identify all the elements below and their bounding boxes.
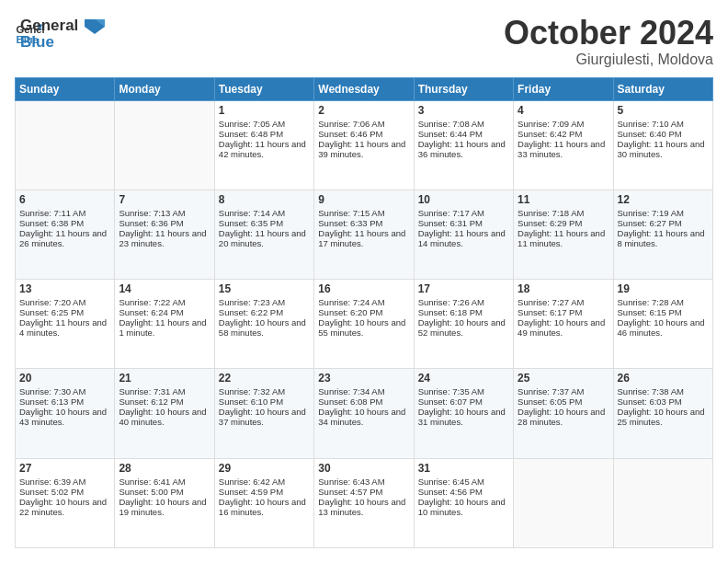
sunrise-text: Sunrise: 7:23 AM [219,297,310,307]
day-number: 1 [219,104,310,117]
title-area: October 2024 Giurgiulesti, Moldova [504,15,713,68]
calendar-cell: 24Sunrise: 7:35 AMSunset: 6:07 PMDayligh… [414,369,513,458]
sunset-text: Sunset: 6:08 PM [318,396,409,407]
sunrise-text: Sunrise: 6:43 AM [318,477,409,487]
calendar-cell: 17Sunrise: 7:26 AMSunset: 6:18 PMDayligh… [414,280,513,369]
day-number: 13 [19,282,110,295]
day-number: 21 [119,372,210,385]
daylight-text: Daylight: 10 hours and 52 minutes. [418,317,509,338]
daylight-text: Daylight: 11 hours and 20 minutes. [219,228,310,248]
calendar-cell: 8Sunrise: 7:14 AMSunset: 6:35 PMDaylight… [214,190,313,279]
calendar-day-header: Monday [115,77,214,100]
sunset-text: Sunset: 6:42 PM [518,129,609,139]
sunrise-text: Sunrise: 7:24 AM [318,297,409,307]
calendar-cell: 29Sunrise: 6:42 AMSunset: 4:59 PMDayligh… [214,458,313,547]
sunrise-text: Sunrise: 7:28 AM [618,297,709,307]
day-number: 16 [318,282,409,295]
daylight-text: Daylight: 10 hours and 37 minutes. [219,407,310,427]
sunrise-text: Sunrise: 7:06 AM [318,119,409,129]
sunrise-text: Sunrise: 7:20 AM [19,297,110,307]
calendar-cell: 28Sunrise: 6:41 AMSunset: 5:00 PMDayligh… [115,458,214,547]
month-title: October 2024 [504,15,713,52]
sunrise-text: Sunrise: 7:09 AM [518,119,609,129]
daylight-text: Daylight: 10 hours and 19 minutes. [119,497,210,517]
day-number: 29 [219,462,310,475]
sunset-text: Sunset: 6:20 PM [318,307,409,317]
sunrise-text: Sunrise: 6:45 AM [418,477,509,487]
logo-general-text: General [20,17,105,35]
day-number: 5 [618,104,709,117]
sunset-text: Sunset: 4:56 PM [418,487,509,497]
daylight-text: Daylight: 11 hours and 36 minutes. [418,139,509,159]
sunset-text: Sunset: 5:00 PM [119,487,210,497]
day-number: 11 [518,193,609,206]
sunset-text: Sunset: 5:02 PM [19,487,110,497]
calendar-day-header: Saturday [613,77,712,100]
calendar-cell: 23Sunrise: 7:34 AMSunset: 6:08 PMDayligh… [314,369,414,458]
daylight-text: Daylight: 11 hours and 1 minute. [119,317,210,338]
day-number: 26 [618,372,709,385]
day-number: 15 [219,282,310,295]
daylight-text: Daylight: 11 hours and 39 minutes. [318,139,409,159]
calendar-week-row: 6Sunrise: 7:11 AMSunset: 6:38 PMDaylight… [16,190,713,279]
day-number: 28 [119,462,210,475]
day-number: 22 [219,372,310,385]
daylight-text: Daylight: 11 hours and 11 minutes. [518,228,609,248]
day-number: 18 [518,282,609,295]
sunrise-text: Sunrise: 7:11 AM [19,208,110,218]
sunrise-text: Sunrise: 7:08 AM [418,119,509,129]
daylight-text: Daylight: 10 hours and 34 minutes. [318,407,409,427]
header: General Blue General Blue October 2024 G… [15,15,713,68]
sunset-text: Sunset: 6:22 PM [219,307,310,317]
day-number: 9 [318,193,409,206]
daylight-text: Daylight: 10 hours and 43 minutes. [19,407,110,427]
day-number: 27 [19,462,110,475]
calendar-cell: 2Sunrise: 7:06 AMSunset: 6:46 PMDaylight… [314,100,414,190]
calendar-cell: 3Sunrise: 7:08 AMSunset: 6:44 PMDaylight… [414,100,513,190]
sunrise-text: Sunrise: 7:15 AM [318,208,409,218]
sunset-text: Sunset: 6:10 PM [219,396,310,407]
sunset-text: Sunset: 6:12 PM [119,396,210,407]
daylight-text: Daylight: 10 hours and 40 minutes. [119,407,210,427]
sunrise-text: Sunrise: 6:41 AM [119,477,210,487]
day-number: 2 [318,104,409,117]
sunrise-text: Sunrise: 7:05 AM [219,119,310,129]
daylight-text: Daylight: 11 hours and 4 minutes. [19,317,110,338]
sunrise-text: Sunrise: 7:26 AM [418,297,509,307]
calendar-cell: 18Sunrise: 7:27 AMSunset: 6:17 PMDayligh… [514,280,613,369]
calendar-day-header: Sunday [16,77,115,100]
day-number: 12 [618,193,709,206]
sunset-text: Sunset: 6:48 PM [219,129,310,139]
sunset-text: Sunset: 6:35 PM [219,218,310,228]
sunset-text: Sunset: 6:18 PM [418,307,509,317]
sunset-text: Sunset: 6:05 PM [518,396,609,407]
calendar-day-header: Friday [514,77,613,100]
day-number: 6 [19,193,110,206]
sunset-text: Sunset: 6:36 PM [119,218,210,228]
calendar-cell: 5Sunrise: 7:10 AMSunset: 6:40 PMDaylight… [613,100,712,190]
daylight-text: Daylight: 10 hours and 13 minutes. [318,497,409,517]
calendar-cell [613,458,712,547]
location-subtitle: Giurgiulesti, Moldova [504,52,713,68]
daylight-text: Daylight: 11 hours and 26 minutes. [19,228,110,248]
daylight-text: Daylight: 10 hours and 10 minutes. [418,497,509,517]
calendar-cell: 12Sunrise: 7:19 AMSunset: 6:27 PMDayligh… [613,190,712,279]
daylight-text: Daylight: 10 hours and 46 minutes. [618,317,709,338]
sunset-text: Sunset: 6:44 PM [418,129,509,139]
calendar-cell: 19Sunrise: 7:28 AMSunset: 6:15 PMDayligh… [613,280,712,369]
calendar-cell: 6Sunrise: 7:11 AMSunset: 6:38 PMDaylight… [16,190,115,279]
sunset-text: Sunset: 6:25 PM [19,307,110,317]
sunrise-text: Sunrise: 7:32 AM [219,386,310,396]
daylight-text: Daylight: 11 hours and 30 minutes. [618,139,709,159]
calendar-week-row: 1Sunrise: 7:05 AMSunset: 6:48 PMDaylight… [16,100,713,190]
sunset-text: Sunset: 6:33 PM [318,218,409,228]
calendar-cell: 10Sunrise: 7:17 AMSunset: 6:31 PMDayligh… [414,190,513,279]
calendar-cell: 31Sunrise: 6:45 AMSunset: 4:56 PMDayligh… [414,458,513,547]
sunset-text: Sunset: 6:24 PM [119,307,210,317]
day-number: 20 [19,372,110,385]
sunrise-text: Sunrise: 6:39 AM [19,477,110,487]
calendar-week-row: 27Sunrise: 6:39 AMSunset: 5:02 PMDayligh… [16,458,713,547]
day-number: 17 [418,282,509,295]
calendar-cell: 1Sunrise: 7:05 AMSunset: 6:48 PMDaylight… [214,100,313,190]
sunset-text: Sunset: 6:07 PM [418,396,509,407]
